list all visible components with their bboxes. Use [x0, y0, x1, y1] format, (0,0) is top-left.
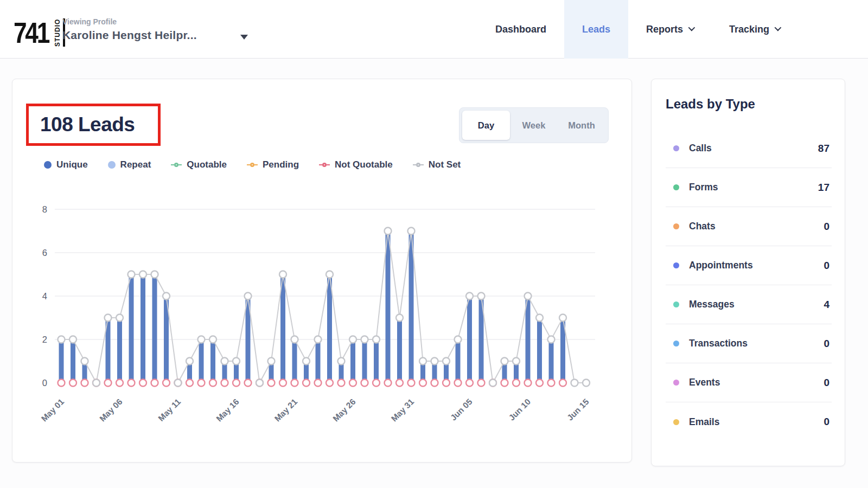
transactions-count: 0 — [824, 338, 832, 350]
type-row-forms: Forms 17 — [666, 168, 832, 207]
leads-by-type-card: Leads by Type Calls 87 Forms 17 Chats 0 … — [651, 79, 845, 466]
leads-by-type-list: Calls 87 Forms 17 Chats 0 Appointments 0… — [666, 129, 832, 441]
svg-text:May 11: May 11 — [156, 397, 182, 423]
profile-name[interactable]: Karoline Hengst Heilpr... — [62, 29, 197, 42]
svg-text:0: 0 — [42, 378, 47, 388]
chats-dot-icon — [673, 223, 679, 229]
legend-not-quotable: Not Quotable — [319, 159, 393, 170]
legend-repeat: Repeat — [108, 159, 151, 170]
legend-pending: Pending — [247, 159, 299, 170]
type-row-appointments: Appointments 0 — [666, 246, 832, 285]
svg-text:May 01: May 01 — [40, 397, 66, 423]
leads-bar-chart: 02468May 01May 06May 11May 16May 21May 2… — [28, 198, 620, 453]
transactions-dot-icon — [673, 341, 679, 346]
svg-text:6: 6 — [42, 248, 47, 258]
type-row-events: Events 0 — [666, 363, 832, 402]
emails-dot-icon — [673, 419, 679, 425]
chart-canvas: 02468May 01May 06May 11May 16May 21May 2… — [28, 198, 620, 453]
repeat-dot-icon — [108, 161, 116, 169]
svg-text:May 06: May 06 — [98, 397, 124, 423]
forms-dot-icon — [673, 184, 679, 190]
svg-text:May 16: May 16 — [214, 397, 241, 423]
unique-dot-icon — [44, 161, 52, 169]
svg-text:Jun 10: Jun 10 — [507, 397, 532, 422]
legend-quotable: Quotable — [171, 159, 227, 170]
type-row-chats: Chats 0 — [666, 207, 832, 246]
svg-text:2: 2 — [42, 335, 47, 344]
forms-count: 17 — [818, 182, 832, 194]
leads-chart-card: 108 Leads Day Week Month Unique Repeat Q… — [12, 79, 632, 463]
profile-selector[interactable]: Viewing Profile Karoline Hengst Heilpr..… — [62, 17, 197, 42]
appointments-count: 0 — [824, 260, 832, 272]
logo-number: 741 — [14, 18, 48, 47]
messages-dot-icon — [673, 301, 679, 307]
nav-leads[interactable]: Leads — [564, 0, 628, 59]
type-row-messages: Messages 4 — [666, 285, 832, 324]
nav-tracking[interactable]: Tracking — [711, 0, 797, 59]
type-row-calls: Calls 87 — [666, 129, 832, 168]
quotable-marker-icon — [171, 163, 182, 167]
nav-reports[interactable]: Reports — [628, 0, 711, 59]
logo-word: STUDIO — [54, 18, 61, 47]
legend-not-set: Not Set — [413, 159, 461, 170]
emails-count: 0 — [824, 416, 832, 428]
type-row-emails: Emails 0 — [666, 402, 832, 441]
pending-marker-icon — [247, 163, 258, 167]
top-header: 741 STUDIO Viewing Profile Karoline Heng… — [0, 0, 868, 59]
appointments-dot-icon — [673, 262, 679, 268]
not-set-marker-icon — [413, 163, 424, 167]
toggle-month-button[interactable]: Month — [558, 111, 605, 140]
leads-by-type-title: Leads by Type — [666, 97, 755, 112]
chevron-down-icon — [775, 24, 782, 31]
calls-count: 87 — [818, 143, 832, 155]
svg-text:May 21: May 21 — [273, 397, 299, 423]
chevron-down-icon — [688, 24, 695, 31]
events-dot-icon — [673, 380, 679, 386]
svg-text:4: 4 — [42, 291, 47, 301]
profile-dropdown-caret-icon[interactable] — [240, 35, 248, 40]
toggle-week-button[interactable]: Week — [510, 111, 558, 140]
calls-dot-icon — [673, 145, 679, 151]
range-toggle: Day Week Month — [459, 107, 609, 143]
svg-text:May 26: May 26 — [331, 397, 358, 423]
svg-text:May 31: May 31 — [390, 397, 416, 423]
nav-dashboard[interactable]: Dashboard — [477, 0, 564, 59]
viewing-profile-label: Viewing Profile — [62, 17, 197, 26]
app-logo: 741 STUDIO — [14, 17, 65, 48]
main-nav: Dashboard Leads Reports Tracking — [477, 0, 797, 59]
legend-unique: Unique — [44, 159, 88, 170]
toggle-day-button[interactable]: Day — [462, 111, 510, 140]
not-quotable-marker-icon — [319, 163, 330, 167]
svg-text:Jun 05: Jun 05 — [449, 397, 474, 422]
svg-text:Jun 15: Jun 15 — [565, 397, 591, 422]
svg-text:8: 8 — [42, 204, 47, 214]
leads-count-title: 108 Leads — [29, 113, 135, 136]
chats-count: 0 — [824, 221, 832, 233]
messages-count: 4 — [824, 299, 832, 311]
type-row-transactions: Transactions 0 — [666, 324, 832, 363]
chart-legend: Unique Repeat Quotable Pending Not Quota… — [44, 159, 461, 170]
annotation-box: 108 Leads — [26, 104, 161, 146]
events-count: 0 — [824, 377, 832, 389]
